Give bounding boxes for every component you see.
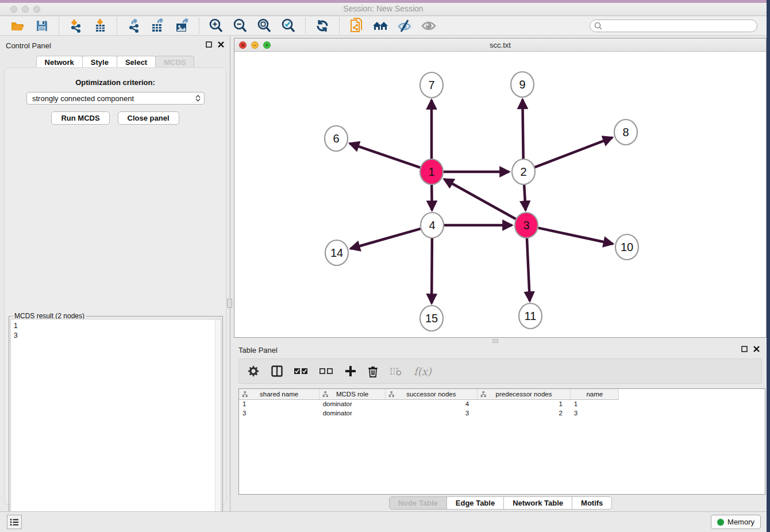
- cell[interactable]: 1: [239, 399, 319, 408]
- hide-eye-icon[interactable]: [396, 17, 413, 34]
- edge-3-10[interactable]: [538, 228, 613, 244]
- edge-1-6[interactable]: [350, 144, 421, 168]
- selected-option: strongly connected component: [32, 94, 134, 103]
- add-column-icon[interactable]: [345, 365, 356, 377]
- node-label-9: 9: [519, 78, 525, 91]
- edge-2-9[interactable]: [522, 99, 523, 159]
- show-eye-icon[interactable]: [420, 17, 437, 34]
- toolbar-separator: [305, 18, 306, 34]
- zoom-out-icon[interactable]: [232, 17, 249, 34]
- save-session-icon[interactable]: [33, 17, 51, 34]
- node-label-10: 10: [621, 241, 633, 253]
- task-history-button[interactable]: [7, 515, 22, 529]
- titlebar-accent: [0, 0, 767, 3]
- tab-style[interactable]: Style: [82, 56, 117, 68]
- tab-network[interactable]: Network: [36, 56, 83, 68]
- horizontal-splitter-handle[interactable]: [492, 339, 498, 343]
- apply-layout-icon[interactable]: [314, 17, 331, 34]
- node-table[interactable]: shared nameMCDS rolesuccessor nodesprede…: [238, 388, 765, 495]
- table-panel-title: Table Panel: [238, 346, 278, 354]
- delete-column-icon[interactable]: [368, 365, 378, 377]
- result-scrollbar[interactable]: [215, 319, 221, 529]
- desktop-background: [767, 0, 770, 532]
- zoom-selected-icon[interactable]: [280, 17, 297, 34]
- cell[interactable]: dominator: [319, 399, 386, 408]
- tab-motifs[interactable]: Motifs: [572, 496, 612, 510]
- node-label-11: 11: [525, 310, 537, 322]
- open-session-icon[interactable]: [9, 17, 26, 34]
- mcds-panel: Optimization criterion: strongly connect…: [4, 67, 226, 505]
- control-panel-title: Control Panel: [6, 41, 51, 50]
- select-all-checkboxes-icon[interactable]: [294, 368, 308, 375]
- window-title: Session: New Session: [0, 4, 767, 13]
- import-network-icon[interactable]: [67, 17, 84, 34]
- table-row[interactable]: 1dominator411: [239, 399, 765, 408]
- export-image-icon[interactable]: [174, 17, 191, 34]
- search-input[interactable]: [590, 20, 757, 32]
- cell[interactable]: 3: [386, 408, 478, 418]
- import-table-icon[interactable]: [91, 17, 109, 34]
- main-toolbar: [0, 16, 767, 36]
- cell[interactable]: 2: [477, 408, 571, 418]
- float-table-panel-icon[interactable]: [741, 346, 748, 352]
- home-networks-icon[interactable]: [372, 17, 389, 34]
- edge-3-11[interactable]: [527, 238, 530, 301]
- close-panel-button[interactable]: Close panel: [118, 111, 179, 125]
- edge-1-4[interactable]: [432, 184, 432, 210]
- hierarchy-icon: [242, 391, 248, 398]
- float-panel-icon[interactable]: [206, 41, 212, 48]
- select-stepper-icon: [195, 95, 201, 102]
- column-header-successor-nodes[interactable]: successor nodes: [386, 389, 478, 399]
- deselect-all-checkboxes-icon[interactable]: [319, 368, 333, 375]
- network-window-titlebar[interactable]: ✕ − + scc.txt: [234, 38, 766, 52]
- column-header-shared-name[interactable]: shared name: [239, 389, 319, 399]
- memory-button[interactable]: Memory: [711, 515, 761, 529]
- tab-node-table[interactable]: Node Table: [389, 496, 447, 510]
- edge-3-1[interactable]: [444, 179, 516, 219]
- cell[interactable]: 3: [571, 408, 619, 418]
- column-header-MCDS-role[interactable]: MCDS role: [319, 389, 386, 399]
- zoom-fit-icon[interactable]: [256, 17, 273, 34]
- table-row[interactable]: 3dominator323: [239, 408, 765, 418]
- control-panel: Control Panel NetworkStyleSelectMCDS Opt…: [0, 36, 230, 511]
- cell[interactable]: 1: [571, 399, 619, 408]
- edge-2-3[interactable]: [524, 184, 526, 210]
- zoom-in-icon[interactable]: [207, 17, 225, 34]
- tab-edge-table[interactable]: Edge Table: [446, 496, 504, 510]
- hierarchy-icon: [480, 391, 486, 398]
- optimization-criterion-select[interactable]: strongly connected component: [26, 92, 205, 105]
- mcds-result-textarea[interactable]: 1 3: [10, 319, 221, 529]
- memory-label: Memory: [727, 518, 754, 526]
- table-panel: Table Panel f(x) shared nameMCDS rolesuc…: [234, 344, 767, 511]
- edge-2-8[interactable]: [535, 137, 613, 167]
- run-mcds-button[interactable]: Run MCDS: [51, 111, 109, 125]
- splitter-handle[interactable]: [227, 299, 232, 308]
- cell[interactable]: dominator: [319, 408, 386, 418]
- column-view-icon[interactable]: [271, 365, 283, 377]
- cell[interactable]: 3: [239, 408, 319, 418]
- delete-table-disabled-icon: [390, 367, 402, 376]
- edge-4-15[interactable]: [432, 238, 432, 303]
- network-from-selection-icon[interactable]: [348, 17, 365, 34]
- close-panel-icon[interactable]: [218, 41, 224, 48]
- edge-4-14[interactable]: [351, 229, 421, 249]
- network-view-window: ✕ − + scc.txt 7968124314101511: [234, 38, 767, 338]
- close-table-panel-icon[interactable]: [753, 346, 760, 352]
- node-label-3: 3: [523, 219, 529, 232]
- toolbar-separator: [339, 18, 340, 34]
- os-titlebar: Session: New Session: [0, 0, 767, 16]
- tab-mcds[interactable]: MCDS: [155, 56, 194, 68]
- cell[interactable]: 1: [477, 399, 571, 408]
- hierarchy-icon: [388, 391, 394, 398]
- export-network-icon[interactable]: [125, 17, 143, 34]
- tab-network-table[interactable]: Network Table: [503, 496, 572, 510]
- network-graph[interactable]: 7968124314101511: [234, 52, 766, 337]
- tab-select[interactable]: Select: [117, 56, 156, 68]
- column-header-name[interactable]: name: [571, 389, 619, 399]
- mcds-result-group: MCDS result (2 nodes) 1 3: [9, 316, 223, 531]
- cell[interactable]: 4: [386, 399, 478, 408]
- node-label-6: 6: [333, 132, 339, 145]
- column-header-predecessor-nodes[interactable]: predecessor nodes: [477, 389, 571, 399]
- export-table-icon[interactable]: [149, 17, 167, 34]
- table-settings-gear-icon[interactable]: [247, 365, 260, 377]
